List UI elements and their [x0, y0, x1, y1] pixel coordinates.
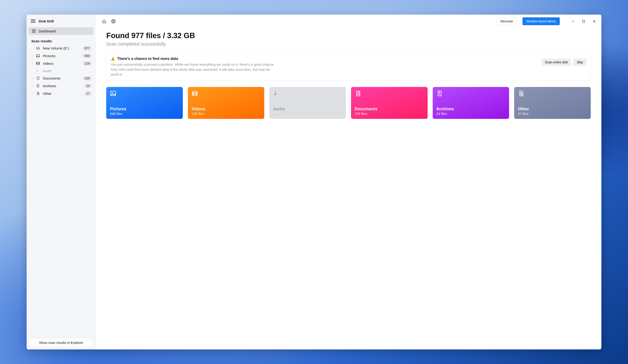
content: Found 977 files / 3.32 GB Scan completed…	[95, 28, 601, 119]
sidebar-volume[interactable]: › New Volume (E:) 977	[27, 44, 95, 52]
svg-rect-3	[32, 31, 33, 31]
sidebar-footer: Show scan results in Explorer	[27, 336, 95, 350]
sidebar-volume-count: 977	[82, 46, 92, 50]
sidebar-item-label: Archives	[43, 84, 84, 88]
minimize-button[interactable]	[568, 18, 578, 25]
nav-dashboard[interactable]: Dashboard	[28, 27, 93, 35]
maximize-button[interactable]	[578, 18, 589, 25]
sidebar-item-label: Audio	[43, 69, 93, 73]
sidebar-item-count: 129	[82, 61, 92, 66]
card-title: Pictures	[110, 107, 179, 111]
svg-rect-5	[35, 31, 35, 31]
sidebar-item-label: Pictures	[43, 54, 82, 58]
film-icon	[192, 90, 261, 97]
film-icon	[35, 61, 40, 66]
show-in-explorer-button[interactable]: Show scan results in Explorer	[29, 338, 93, 347]
home-button[interactable]	[101, 18, 107, 24]
card-archives[interactable]: Archives 24 files	[433, 87, 509, 119]
category-cards: Pictures 688 files Videos 129 files	[106, 87, 591, 119]
card-sub: 109 files	[355, 112, 424, 116]
svg-point-12	[37, 55, 38, 56]
card-sub: 27 files	[518, 112, 587, 116]
sidebar-item-label: Documents	[43, 76, 82, 80]
notice-title: There's a chance to find more data	[117, 57, 178, 61]
document-icon	[355, 90, 424, 97]
chevron-right-icon: ›	[32, 62, 34, 65]
sidebar-item-archives[interactable]: › Archives 24	[27, 82, 95, 90]
status-check-icon: ✓	[110, 18, 116, 24]
sidebar-header: Disk Drill	[27, 17, 95, 26]
document-icon	[35, 76, 40, 80]
sidebar-item-label: Videos	[43, 62, 82, 66]
card-title: Documents	[355, 107, 424, 111]
sidebar-section-label: Scan results	[27, 36, 95, 44]
chevron-right-icon: ›	[32, 84, 34, 87]
hamburger-icon[interactable]	[31, 19, 35, 23]
card-videos[interactable]: Videos 129 files	[188, 87, 264, 119]
music-note-icon	[273, 90, 342, 97]
svg-rect-7	[34, 32, 34, 33]
card-title: Other	[518, 107, 587, 111]
card-sub: —	[273, 112, 342, 116]
card-title: Archives	[436, 107, 506, 111]
card-pictures[interactable]: Pictures 688 files	[106, 87, 183, 119]
titlebar: ✓ Recover Review found items	[95, 14, 601, 28]
review-found-items-button[interactable]: Review found items	[523, 17, 560, 25]
card-sub: 129 files	[192, 112, 261, 116]
svg-rect-6	[32, 32, 33, 33]
sidebar-item-label: Other	[43, 92, 84, 95]
sidebar-item-count: 688	[82, 54, 92, 58]
sidebar-item-count: 27	[84, 91, 92, 96]
music-note-icon	[35, 69, 40, 73]
recover-button[interactable]: Recover	[497, 17, 517, 25]
sidebar-item-count: 109	[82, 76, 92, 80]
file-icon	[518, 90, 587, 97]
grid-icon	[32, 29, 36, 33]
nav-dashboard-label: Dashboard	[39, 29, 56, 33]
sidebar-volume-label: New Volume (E:)	[43, 46, 82, 50]
chevron-right-icon: ›	[32, 77, 34, 79]
image-icon	[110, 90, 179, 97]
archive-icon	[436, 90, 506, 97]
sidebar-item-audio[interactable]: › Audio	[27, 67, 95, 74]
svg-rect-1	[34, 29, 34, 30]
main: ✓ Recover Review found items Found 977 f…	[95, 14, 601, 350]
headline: Found 977 files / 3.32 GB	[106, 31, 591, 40]
sidebar: Disk Drill Dashboard Scan results › New …	[27, 14, 95, 350]
svg-rect-16	[582, 20, 584, 22]
skip-button[interactable]: Skip	[573, 59, 586, 66]
close-button[interactable]	[589, 18, 600, 25]
warning-icon: ⚠️	[111, 57, 115, 61]
sidebar-item-documents[interactable]: › Documents 109	[27, 74, 95, 82]
app-window: Disk Drill Dashboard Scan results › New …	[27, 14, 601, 350]
svg-point-18	[112, 92, 113, 93]
sidebar-item-count: 24	[84, 84, 92, 88]
sidebar-item-videos[interactable]: › Videos 129	[27, 60, 95, 67]
window-controls	[568, 18, 600, 25]
chevron-right-icon: ›	[32, 92, 34, 95]
card-sub: 24 files	[436, 112, 506, 116]
card-title: Audio	[273, 107, 342, 111]
svg-point-10	[39, 49, 39, 49]
svg-rect-8	[35, 32, 35, 33]
scan-entire-disk-button[interactable]: Scan entire disk	[542, 59, 571, 66]
card-documents[interactable]: Documents 109 files	[351, 87, 428, 119]
card-sub: 688 files	[110, 112, 179, 116]
image-icon	[35, 54, 40, 58]
notice-text: You just successfully scanned a partitio…	[111, 62, 277, 77]
svg-rect-0	[32, 29, 33, 30]
disk-icon	[35, 46, 40, 50]
archive-icon	[35, 84, 40, 88]
chevron-right-icon: ›	[32, 54, 34, 57]
sidebar-item-other[interactable]: › Other 27	[27, 90, 95, 97]
card-other[interactable]: Other 27 files	[514, 87, 591, 119]
card-title: Videos	[192, 107, 261, 111]
app-title: Disk Drill	[39, 19, 54, 23]
sidebar-item-pictures[interactable]: › Pictures 688	[27, 52, 95, 60]
svg-rect-2	[35, 29, 35, 30]
notice-panel: ⚠️ There's a chance to find more data Yo…	[106, 53, 591, 81]
svg-rect-4	[34, 31, 34, 31]
card-audio: Audio —	[269, 87, 346, 119]
file-icon	[35, 91, 40, 95]
subhead: Scan completed successfully	[106, 41, 591, 47]
